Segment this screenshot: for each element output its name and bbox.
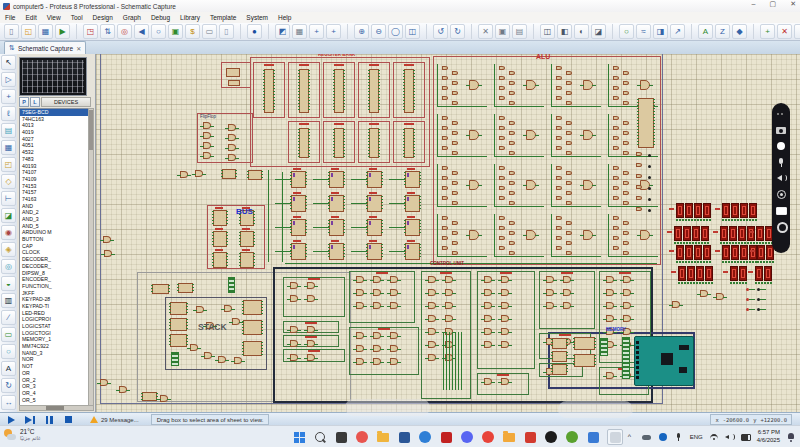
taskbar-icon-widget-app[interactable] [334,430,348,444]
device-list-vscrollbar[interactable] [88,108,94,406]
new-root-sheet-button[interactable]: + [760,24,775,39]
microphone-icon[interactable] [674,432,684,442]
current-probe-mode-tool[interactable]: ◒ [1,276,16,291]
goto-sheet-button[interactable]: ▫ [794,24,800,39]
device-item[interactable]: KEYPAD-28 [20,296,88,303]
instrument-mode-tool[interactable]: ▥ [1,293,16,308]
simulate-step-button[interactable] [22,414,38,425]
block-copy-button[interactable]: ◫ [540,24,555,39]
paste-button[interactable]: ▤ [512,24,527,39]
device-item[interactable]: LOGICTOGI [20,330,88,337]
recorder-grab-icon[interactable] [775,108,787,120]
device-item[interactable]: NOR [20,356,88,363]
text-2d-tool[interactable]: A [1,361,16,376]
device-item[interactable]: NAND_3 [20,350,88,357]
simulate-stop-button[interactable] [60,414,76,425]
design-explorer-button[interactable]: ▣ [168,24,183,39]
design-rule-check-button[interactable]: Z [715,24,730,39]
device-item[interactable]: ARDUINO M [20,229,88,236]
voltage-probe-mode-tool[interactable]: ◎ [1,259,16,274]
device-item[interactable]: AND_5 [20,223,88,230]
taskbar-icon-red-grid-app[interactable] [523,430,537,444]
close-button[interactable]: ✕ [790,0,796,8]
find-component-button[interactable]: ○ [151,24,166,39]
taskbar-clock[interactable]: 6:57 PM 4/6/2025 [757,429,780,445]
design-preview[interactable] [19,57,87,96]
tab-schematic-capture[interactable]: ⇅ Schematic Capture ✕ [4,41,86,54]
zoom-all-button[interactable]: ◯ [388,24,403,39]
undo-button[interactable]: ↺ [433,24,448,39]
taskbar-icon-leaf-app[interactable] [565,430,579,444]
device-item[interactable]: FUNCTION_ [20,283,88,290]
save-design-button[interactable]: ▦ [38,24,53,39]
taskbar-icon-acrobat-app[interactable] [439,430,453,444]
remove-root-sheet-button[interactable]: ✕ [777,24,792,39]
device-item[interactable]: 4051 [20,142,88,149]
tray-expand-chevron[interactable] [626,432,636,442]
device-item[interactable]: 7483 [20,156,88,163]
device-item[interactable]: CAP [20,243,88,250]
battery-icon[interactable] [741,432,751,442]
library-button[interactable]: L [30,97,40,107]
selection-mode-tool[interactable]: ↖ [1,55,16,70]
redo-button[interactable]: ↻ [450,24,465,39]
tab-close-icon[interactable]: ✕ [76,45,81,52]
decompose-button[interactable]: ↗ [670,24,685,39]
tape-recorder-mode-tool[interactable]: ◉ [1,225,16,240]
device-item[interactable]: AND_2 [20,209,88,216]
pick-parts-button[interactable]: ○ [619,24,634,39]
device-item[interactable]: JKFF [20,290,88,297]
device-item[interactable]: 74157 [20,189,88,196]
graph-mode-tool[interactable]: ◪ [1,208,16,223]
copy-button[interactable]: ▣ [495,24,510,39]
message-area[interactable]: 29 Message... [90,416,139,423]
device-item[interactable]: 74107 [20,169,88,176]
circle-2d-tool[interactable]: ○ [1,344,16,359]
generator-mode-tool[interactable]: ◈ [1,242,16,257]
device-item[interactable]: LED-RED [20,310,88,317]
menu-file[interactable]: File [0,14,20,21]
device-item[interactable]: 40193 [20,163,88,170]
menu-graph[interactable]: Graph [118,14,146,21]
toggle-grid-button[interactable]: ▦ [292,24,307,39]
wire-label-mode-tool[interactable]: ℓ [1,106,16,121]
device-list-hscrollbar[interactable] [19,405,94,411]
menu-system[interactable]: System [241,14,273,21]
menu-view[interactable]: View [42,14,66,21]
taskbar-icon-active-app[interactable] [607,429,623,445]
device-item[interactable]: DECODER_ [20,256,88,263]
recorder-screen-icon[interactable] [775,204,787,216]
export-graphics-button[interactable]: ◳ [83,24,98,39]
device-item[interactable]: 74153 [20,183,88,190]
device-item[interactable]: MM74C922 [20,343,88,350]
recorder-settings-icon[interactable] [775,220,787,232]
device-item[interactable]: 4532 [20,149,88,156]
device-item[interactable]: KEYPAD-TI [20,303,88,310]
taskbar-icon-dark-app[interactable] [544,430,558,444]
device-item[interactable]: NOT [20,363,88,370]
menu-tool[interactable]: Tool [66,14,88,21]
taskbar-icon-chrome-browser[interactable] [481,430,495,444]
device-item[interactable]: DIPSW_8 [20,270,88,277]
volume-icon[interactable] [725,432,735,442]
device-item[interactable]: ENCODER_ [20,276,88,283]
goto-previous-button[interactable]: ◀ [134,24,149,39]
zoom-in-button[interactable]: ⊕ [354,24,369,39]
pick-devices-button[interactable]: P [19,97,29,107]
junction-mode-tool[interactable]: + [1,89,16,104]
device-item[interactable]: LOGICPROI [20,316,88,323]
mirror-horizontal-tool[interactable]: ↔ [1,395,16,410]
recorder-record-icon[interactable] [775,140,787,152]
schematic-canvas[interactable]: REGISTER BANKALUBUSFlipFlopSTACKCONTROL … [96,54,800,412]
menu-debug[interactable]: Debug [146,14,175,21]
device-item[interactable]: OR [20,370,88,377]
zoom-area-button[interactable]: ◫ [405,24,420,39]
device-item[interactable]: 74163 [20,196,88,203]
language-indicator[interactable]: ENG [690,434,703,440]
device-item[interactable]: 74109 [20,176,88,183]
false-origin-button[interactable]: + [309,24,324,39]
zoom-out-button[interactable]: ⊖ [371,24,386,39]
taskbar-icon-file-explorer[interactable] [376,430,390,444]
message-count[interactable]: 29 Message... [101,417,139,423]
component-mode-tool[interactable]: ▷ [1,72,16,87]
